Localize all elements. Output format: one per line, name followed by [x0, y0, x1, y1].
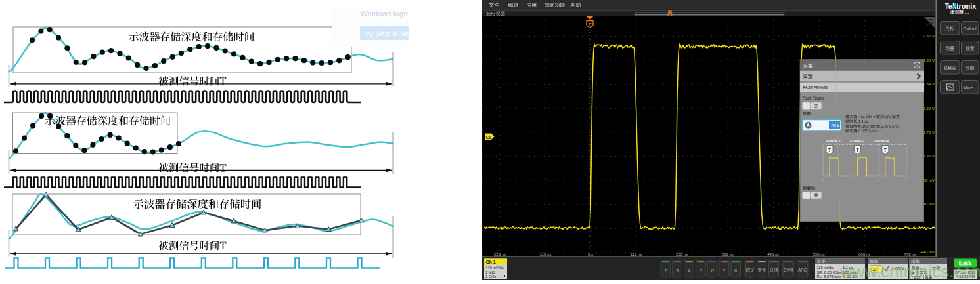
svg-text:7: 7 — [723, 268, 725, 274]
svg-text:T: T — [856, 148, 858, 152]
svg-text:2: 2 — [664, 268, 667, 274]
svg-text:3.52 V: 3.52 V — [923, 33, 935, 38]
svg-text:3.08 V: 3.08 V — [923, 58, 935, 62]
svg-text:5: 5 — [700, 268, 702, 274]
svg-text:770 ns: 770 ns — [904, 253, 916, 256]
svg-text:110 ns: 110 ns — [631, 253, 642, 256]
svg-text:1.32 V: 1.32 V — [923, 153, 935, 158]
svg-text:T: T — [884, 148, 887, 152]
svg-text:Callout: Callout — [963, 26, 977, 31]
svg-text:2.64 V: 2.64 V — [923, 81, 935, 86]
svg-text:50 k: 50 k — [832, 123, 840, 128]
svg-text:Try Snip & Sk: Try Snip & Sk — [363, 30, 409, 37]
svg-text:4: 4 — [688, 268, 690, 274]
svg-text:FAST FRAME: FAST FRAME — [803, 85, 828, 89]
svg-text:3: 3 — [676, 268, 679, 274]
svg-text:Ch 1: Ch 1 — [486, 260, 496, 264]
svg-text:AFG: AFG — [798, 268, 807, 272]
svg-text:Fast Frame: Fast Frame — [803, 96, 825, 100]
svg-text:T: T — [828, 148, 831, 152]
svg-text:6: 6 — [711, 268, 714, 274]
svg-text:Frame N: Frame N — [874, 139, 889, 143]
svg-text:Windows logo: Windows logo — [361, 10, 408, 18]
svg-text:SR: 6.25 GS/s: SR: 6.25 GS/s — [817, 270, 841, 274]
svg-text:660 ns: 660 ns — [858, 253, 870, 256]
svg-text:1 GHz: 1 GHz — [485, 275, 497, 279]
svg-text:Frame 1: Frame 1 — [826, 139, 841, 143]
svg-text:-220 ns: -220 ns — [493, 253, 506, 256]
svg-text:330 ns: 330 ns — [721, 253, 733, 256]
svg-text:1.76 V: 1.76 V — [923, 130, 935, 134]
svg-text:440 mV/div: 440 mV/div — [485, 266, 504, 270]
svg-text:440 ns: 440 ns — [767, 253, 779, 256]
svg-text:C1: C1 — [485, 135, 491, 140]
svg-text:220 ns: 220 ns — [676, 253, 688, 256]
svg-text:550 ns: 550 ns — [813, 253, 824, 256]
svg-text:8: 8 — [734, 268, 737, 274]
svg-text:More...: More... — [963, 85, 977, 90]
svg-text:-110 ns: -110 ns — [539, 253, 552, 256]
svg-text:?: ? — [916, 63, 918, 68]
svg-text:110 ns/div: 110 ns/div — [817, 266, 834, 270]
svg-text:RL: 6.875 kpts: RL: 6.875 kpts — [817, 275, 841, 279]
svg-text:www.cntronics.com: www.cntronics.com — [839, 262, 980, 281]
svg-text:Tektronix: Tektronix — [945, 2, 976, 10]
svg-text:A: A — [807, 123, 810, 127]
svg-text:Frame 2: Frame 2 — [850, 139, 864, 143]
svg-text:DVM: DVM — [784, 268, 793, 272]
svg-text:1 MΩ: 1 MΩ — [485, 270, 495, 274]
svg-text:-440 mV: -440 mV — [920, 249, 935, 254]
svg-text:T: T — [589, 22, 592, 28]
svg-text:2.20 V: 2.20 V — [923, 106, 935, 110]
svg-text:0 s: 0 s — [588, 253, 593, 256]
